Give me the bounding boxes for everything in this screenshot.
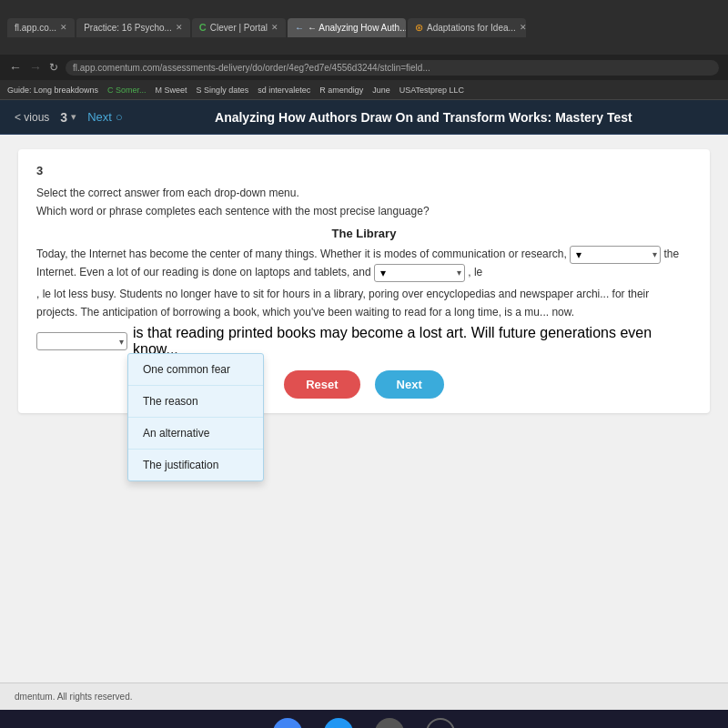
tab-3-close[interactable]: ✕ (271, 23, 278, 32)
instruction-2: Which word or phrase completes each sent… (36, 205, 692, 217)
taskbar-camera-icon[interactable]: 📷 (324, 718, 353, 728)
bookmark-4[interactable]: S Singly dates (197, 86, 249, 95)
bookmark-7[interactable]: June (372, 86, 390, 95)
dropdown-open-menu: One common fear The reason An alternativ… (127, 353, 264, 481)
dropdown-option-2[interactable]: The reason (128, 386, 263, 418)
tab-2-close[interactable]: ✕ (176, 23, 183, 32)
previous-label[interactable]: < vious (15, 111, 49, 124)
tab-2[interactable]: Practice: 16 Psycho... ✕ (76, 18, 190, 37)
passage-paragraph-1: Today, the Internet has become the cente… (36, 246, 692, 282)
tab-3-label: Clever | Portal (210, 23, 268, 33)
bookmark-8[interactable]: USATestprep LLC (399, 86, 464, 95)
dropdown-1[interactable]: ▾ (570, 246, 661, 264)
passage-text-le: , le (468, 266, 482, 278)
circle-symbol: ○ (436, 724, 445, 728)
camera-symbol: 📷 (329, 724, 348, 729)
page-title: Analyzing How Authors Draw On and Transf… (134, 110, 713, 125)
tab-1[interactable]: fl.app.co... ✕ (7, 18, 75, 37)
tab-4-icon: ← (295, 23, 304, 33)
dropdown-arrow[interactable]: ▾ (71, 111, 76, 123)
tab-4-label: ← Analyzing How Auth... (308, 23, 406, 33)
tab-3-icon: C (199, 22, 207, 33)
question-number: 3 (36, 164, 692, 177)
dropdown-option-3[interactable]: An alternative (128, 418, 263, 450)
next-nav-icon: ○ (116, 110, 123, 124)
chrome-symbol: ● (283, 724, 292, 728)
tab-5-label: Adaptations for Idea... (427, 23, 516, 33)
forward-button[interactable]: → (29, 60, 42, 75)
next-nav-label: Next (87, 110, 112, 124)
bookmark-6[interactable]: R amendigy (319, 86, 363, 95)
app-header: < vious 3 ▾ Next ○ Analyzing How Authors… (0, 100, 728, 135)
footer: dmentum. All rights reserved. (0, 682, 728, 710)
tab-4[interactable]: ← ← Analyzing How Auth... ✕ (288, 18, 406, 37)
dropdown-2[interactable]: ▾ (374, 264, 465, 282)
bookmark-5[interactable]: sd intervaletec (258, 86, 310, 95)
bookmark-3[interactable]: M Sweet (156, 86, 187, 95)
address-input[interactable] (66, 60, 719, 76)
tab-5[interactable]: ⊛ Adaptations for Idea... ✕ (408, 18, 526, 37)
passage-text-3: , le lot less busy. Students no longer h… (36, 288, 649, 318)
taskbar: ● 📷 <> ○ (0, 710, 728, 728)
passage-paragraph-2: , le lot less busy. Students no longer h… (36, 286, 692, 320)
nav-next-button[interactable]: Next ○ (87, 110, 123, 124)
tab-1-close[interactable]: ✕ (60, 23, 67, 32)
question-container: 3 Select the correct answer from each dr… (18, 149, 710, 413)
bookmark-2[interactable]: C Somer... (107, 86, 147, 95)
dropdown-2-container[interactable]: ▾ (374, 264, 465, 282)
main-content: 3 Select the correct answer from each dr… (0, 135, 728, 682)
passage-text-1: Today, the Internet has become the cente… (36, 248, 567, 260)
dropdown-1-container[interactable]: ▾ (570, 246, 661, 264)
address-bar: ← → ↻ (0, 55, 728, 80)
taskbar-code-icon[interactable]: <> (375, 718, 404, 728)
passage-title: The Library (36, 227, 692, 240)
tab-5-close[interactable]: ✕ (520, 23, 526, 32)
question-number-nav: 3 (60, 110, 67, 125)
footer-text: dmentum. All rights reserved. (15, 692, 133, 702)
next-button[interactable]: Next (375, 370, 444, 399)
tab-2-label: Practice: 16 Psycho... (84, 23, 172, 33)
tab-5-icon: ⊛ (415, 22, 423, 34)
code-symbol: <> (381, 724, 399, 728)
dropdown-3-container[interactable] (36, 332, 127, 350)
taskbar-chrome-icon[interactable]: ● (273, 718, 302, 728)
dropdown-option-1[interactable]: One common fear (128, 354, 263, 386)
taskbar-circle-icon[interactable]: ○ (426, 718, 455, 728)
back-button[interactable]: ← (9, 60, 22, 75)
tab-3[interactable]: C Clever | Portal ✕ (192, 18, 286, 37)
instruction-1: Select the correct answer from each drop… (36, 187, 692, 199)
dropdown-3[interactable] (36, 332, 127, 350)
refresh-button[interactable]: ↻ (49, 61, 58, 74)
nav-previous: < vious (15, 111, 49, 124)
browser-chrome: fl.app.co... ✕ Practice: 16 Psycho... ✕ … (0, 0, 728, 55)
reset-button[interactable]: Reset (284, 370, 359, 399)
bookmark-1[interactable]: Guide: Long breakdowns (7, 86, 98, 95)
bookmarks-bar: Guide: Long breakdowns C Somer... M Swee… (0, 80, 728, 100)
dropdown-option-4[interactable]: The justification (128, 450, 263, 480)
tab-bar: fl.app.co... ✕ Practice: 16 Psycho... ✕ … (7, 18, 721, 37)
tab-1-label: fl.app.co... (15, 23, 56, 33)
